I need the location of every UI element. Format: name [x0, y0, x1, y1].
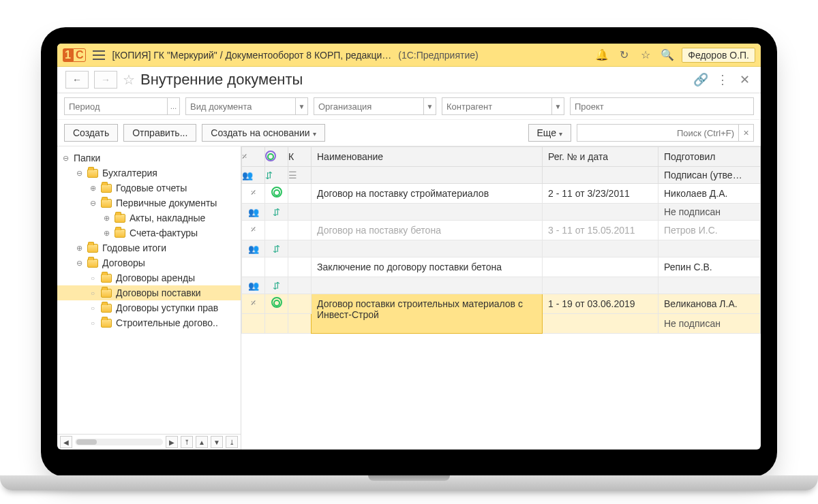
- col-k[interactable]: К: [288, 147, 312, 167]
- clear-search-icon[interactable]: ×: [738, 125, 753, 141]
- cell-name: Договор на поставку стройматериалов: [312, 184, 543, 204]
- tree-rent[interactable]: ○ Договоры аренды: [57, 270, 241, 285]
- filter-doc-type[interactable]: ▼: [185, 97, 308, 115]
- close-icon[interactable]: ✕: [736, 72, 753, 87]
- col-signed[interactable]: Подписан (утве…: [658, 167, 761, 184]
- tree-annual-reports[interactable]: ⊕ Годовые отчеты: [57, 180, 241, 195]
- tree-acts[interactable]: ⊕ Акты, накладные: [57, 210, 241, 225]
- col-author[interactable]: Подготовил: [658, 147, 761, 167]
- scroll-up-icon[interactable]: ▲: [196, 436, 208, 448]
- cell-name: Заключение по договору поставки бетона: [312, 257, 543, 277]
- col-name[interactable]: Наименование: [312, 147, 543, 167]
- more-button[interactable]: Еще▾: [528, 124, 572, 142]
- cell-regno: [543, 257, 658, 277]
- cell-signed: [658, 277, 761, 294]
- stamp-icon: [265, 151, 276, 161]
- collapse-icon[interactable]: ⊖: [61, 154, 70, 163]
- paperclip-icon: 𝄎: [242, 151, 247, 162]
- tree-primary-docs[interactable]: ⊖ Первичные документы: [57, 195, 241, 210]
- scroll-down-icon[interactable]: ▼: [211, 436, 223, 448]
- search-input[interactable]: [577, 128, 738, 138]
- filter-organization[interactable]: ▼: [314, 97, 436, 115]
- tree-contracts[interactable]: ⊖ Договоры: [57, 255, 241, 270]
- history-icon[interactable]: ↻: [616, 48, 631, 61]
- people-icon: 👥: [242, 170, 253, 180]
- hierarchy-icon: ⇵: [265, 170, 273, 180]
- tree-footer: ◀ ▶ ⤒ ▲ ▼ ⤓: [57, 434, 241, 450]
- folder-icon: [115, 214, 125, 223]
- filter-counterparty[interactable]: ▼: [442, 97, 564, 115]
- menu-icon[interactable]: [93, 50, 105, 60]
- collapse-icon[interactable]: ⊖: [75, 169, 83, 178]
- folder-icon: [115, 229, 125, 238]
- tree-construction[interactable]: ○ Строительные догово..: [57, 315, 241, 330]
- create-based-button[interactable]: Создать на основании▾: [202, 124, 324, 142]
- bullet-icon: ○: [89, 319, 97, 327]
- horizontal-scrollbar[interactable]: [75, 439, 163, 445]
- folder-icon: [87, 244, 98, 253]
- action-bar: Создать Отправить... Создать на основани…: [57, 120, 761, 146]
- paperclip-icon: 𝄎: [251, 297, 256, 309]
- tree-assignment[interactable]: ○ Договоры уступки прав: [57, 300, 241, 315]
- filter-period-picker[interactable]: …: [167, 98, 179, 114]
- cell-signed: [658, 240, 761, 257]
- folder-tree: ⊖ Папки ⊖ Бухгалтерия ⊕ Годовые отчеты: [57, 146, 241, 450]
- col-attach[interactable]: 𝄎: [242, 147, 265, 167]
- expand-icon[interactable]: ⊕: [89, 184, 97, 193]
- filter-counterparty-input[interactable]: [442, 101, 551, 112]
- link-icon[interactable]: 🔗: [693, 72, 709, 87]
- more-icon[interactable]: ⋮: [714, 72, 731, 87]
- send-button[interactable]: Отправить...: [123, 124, 196, 142]
- scroll-bottom-icon[interactable]: ⤓: [226, 436, 238, 448]
- tree-supply[interactable]: ○ Договоры поставки: [57, 285, 241, 300]
- tree-accounting[interactable]: ⊖ Бухгалтерия: [57, 166, 241, 180]
- filter-project-input[interactable]: [571, 101, 753, 112]
- favorite-star-icon[interactable]: ☆: [123, 72, 135, 88]
- expand-icon[interactable]: ⊕: [102, 214, 110, 223]
- nav-forward-button[interactable]: →: [94, 71, 117, 89]
- paperclip-icon: 𝄎: [251, 223, 256, 235]
- expand-icon[interactable]: ⊕: [102, 229, 110, 238]
- create-button[interactable]: Создать: [64, 124, 118, 142]
- folder-icon: [101, 184, 112, 193]
- collapse-icon[interactable]: ⊖: [75, 259, 83, 268]
- table-row-sub[interactable]: 👥 ⇵: [242, 277, 761, 294]
- search-field[interactable]: ×: [577, 124, 754, 142]
- tree-invoices[interactable]: ⊕ Счета-фактуры: [57, 225, 241, 240]
- table-row[interactable]: 𝄎 Договор на поставку стройматериалов 2 …: [242, 184, 761, 204]
- filter-period-input[interactable]: [65, 101, 167, 112]
- star-icon[interactable]: ☆: [638, 48, 653, 61]
- col-regno[interactable]: Рег. № и дата: [543, 147, 658, 167]
- nav-back-button[interactable]: ←: [65, 71, 89, 89]
- cell-regno: 3 - 11 от 15.05.2011: [543, 221, 658, 240]
- bell-icon[interactable]: 🔔: [594, 48, 609, 61]
- app-title: [КОПИЯ] ГК "Меркурий" / Документооборот …: [112, 50, 391, 61]
- table-row-sub[interactable]: 👥 ⇵: [242, 240, 761, 257]
- col-stamp[interactable]: [265, 147, 288, 167]
- current-user[interactable]: Федоров О.П.: [682, 48, 755, 63]
- table-row[interactable]: Заключение по договору поставки бетона Р…: [242, 257, 761, 277]
- expand-icon[interactable]: ⊕: [75, 244, 83, 253]
- tree-root[interactable]: ⊖ Папки: [57, 151, 241, 166]
- scroll-left-icon[interactable]: ◀: [60, 436, 72, 448]
- folder-icon: [101, 289, 112, 298]
- filter-doc-type-input[interactable]: [186, 101, 295, 112]
- chevron-down-icon[interactable]: ▼: [295, 98, 307, 114]
- scroll-right-icon[interactable]: ▶: [166, 436, 178, 448]
- table-row[interactable]: 𝄎 Договор поставки строительных материал…: [242, 294, 761, 314]
- bullet-icon: ○: [89, 274, 97, 282]
- cell-name: Договор поставки строительных материалов…: [312, 294, 543, 334]
- filter-period[interactable]: …: [64, 97, 180, 115]
- table-row[interactable]: 𝄎 Договор на поставку бетона 3 - 11 от 1…: [242, 221, 761, 240]
- filter-project[interactable]: [570, 97, 754, 115]
- filter-org-input[interactable]: [314, 101, 423, 112]
- tree-annual-totals[interactable]: ⊕ Годовые итоги: [57, 240, 241, 255]
- chevron-down-icon[interactable]: ▼: [423, 98, 436, 114]
- cell-regno: 1 - 19 от 03.06.2019: [543, 294, 658, 314]
- search-icon[interactable]: 🔍: [660, 48, 675, 61]
- cell-name: Договор на поставку бетона: [312, 221, 543, 240]
- collapse-icon[interactable]: ⊖: [89, 199, 97, 208]
- scroll-top-icon[interactable]: ⤒: [181, 436, 193, 448]
- chevron-down-icon[interactable]: ▼: [551, 98, 564, 114]
- table-row-sub[interactable]: 👥 ⇵ Не подписан: [242, 204, 761, 221]
